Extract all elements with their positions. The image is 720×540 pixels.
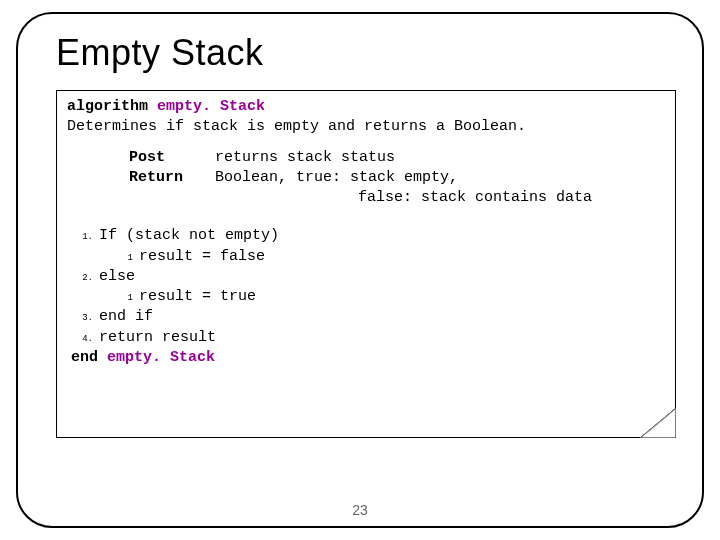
step-number: 2. bbox=[67, 272, 99, 284]
keyword-algorithm: algorithm bbox=[67, 98, 148, 115]
slide-title: Empty Stack bbox=[56, 32, 680, 74]
return-continuation: false: stack contains data bbox=[67, 188, 665, 208]
step-1: 1. If (stack not empty) bbox=[67, 226, 665, 246]
algo-header: algorithm empty. Stack bbox=[67, 97, 665, 117]
substep-number: 1 bbox=[67, 252, 139, 264]
substep-number: 1 bbox=[67, 292, 139, 304]
post-label: Post bbox=[67, 148, 215, 168]
step-number: 3. bbox=[67, 312, 99, 324]
page-fold-icon bbox=[640, 408, 676, 438]
slide-frame: Empty Stack algorithm empty. Stack Deter… bbox=[16, 12, 704, 528]
post-row: Post returns stack status bbox=[67, 148, 665, 168]
return-row: Return Boolean, true: stack empty, bbox=[67, 168, 665, 188]
step-2: 2. else bbox=[67, 267, 665, 287]
step-text: end if bbox=[99, 307, 153, 327]
substep-text: result = true bbox=[139, 287, 256, 307]
step-number: 1. bbox=[67, 231, 99, 243]
post-text: returns stack status bbox=[215, 148, 665, 168]
step-text: If (stack not empty) bbox=[99, 226, 279, 246]
step-4: 4. return result bbox=[67, 328, 665, 348]
step-2-sub: 1 result = true bbox=[67, 287, 665, 307]
page-number: 23 bbox=[18, 502, 702, 518]
algo-description: Determines if stack is empty and returns… bbox=[67, 117, 665, 137]
steps-block: 1. If (stack not empty) 1 result = false… bbox=[67, 226, 665, 368]
step-text: return result bbox=[99, 328, 216, 348]
return-text: Boolean, true: stack empty, bbox=[215, 168, 665, 188]
step-3: 3. end if bbox=[67, 307, 665, 327]
end-name: empty. Stack bbox=[107, 349, 215, 366]
return-label: Return bbox=[67, 168, 215, 188]
substep-text: result = false bbox=[139, 247, 265, 267]
algorithm-box: algorithm empty. Stack Determines if sta… bbox=[56, 90, 676, 438]
step-1-sub: 1 result = false bbox=[67, 247, 665, 267]
step-text: else bbox=[99, 267, 135, 287]
algo-name: empty. Stack bbox=[157, 98, 265, 115]
step-number: 4. bbox=[67, 333, 99, 345]
post-return-block: Post returns stack status Return Boolean… bbox=[67, 148, 665, 209]
keyword-end: end bbox=[71, 349, 98, 366]
end-row: end empty. Stack bbox=[67, 348, 665, 368]
